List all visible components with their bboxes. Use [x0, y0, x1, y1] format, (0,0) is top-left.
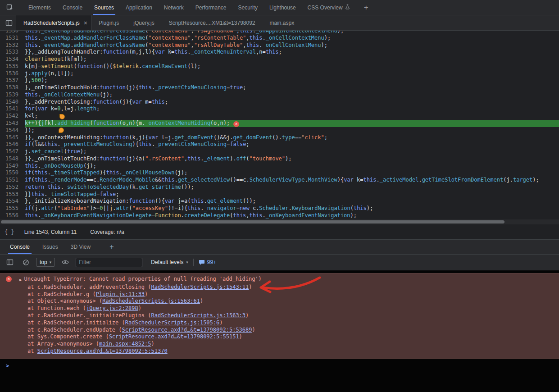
source-location-link[interactable]: ScriptResource.axd?d…&t=13798092:5:53689 [122, 327, 252, 333]
file-tab-radschedulerscripts-js[interactable]: RadSchedulerScripts.js× [16, 15, 91, 30]
tab-elements[interactable]: Elements [23, 0, 57, 15]
code-text[interactable]: this._eventMap.addHandlerForClassName("c… [25, 31, 559, 35]
clear-console-icon[interactable] [20, 257, 31, 268]
code-text[interactable]: },_addPreventClosing:function(j){var m=t… [25, 99, 559, 106]
source-location-link[interactable]: ScriptResource.axd?d…&t=13798092:5:51370 [37, 348, 168, 354]
tab-css-overview[interactable]: CSS Overview [302, 0, 356, 15]
horizontal-scrollbar[interactable] [0, 219, 559, 224]
tab-application[interactable]: Application [120, 0, 158, 15]
line-number[interactable]: 1542 [0, 113, 25, 120]
line-number[interactable]: 1538 [0, 84, 25, 91]
code-text[interactable]: if(this._timeSlotTapped){this._onCellMou… [25, 169, 559, 177]
add-drawer-tab-icon[interactable]: + [109, 243, 114, 251]
line-number[interactable]: 1533 [0, 49, 25, 56]
navigator-toggle-icon[interactable] [4, 18, 14, 28]
selection-handle-end-icon[interactable] [59, 128, 64, 133]
close-tab-icon[interactable]: × [84, 20, 87, 26]
inline-error-badge-icon[interactable]: × [233, 121, 239, 127]
source-location-link[interactable]: RadSchedulerScripts.js:1543:11 [151, 284, 249, 290]
tab-performance[interactable]: Performance [190, 0, 232, 15]
line-number[interactable]: 1556 [0, 212, 25, 219]
code-text[interactable]: if(l&&this._preventCtxMenuClosing){this.… [25, 141, 559, 148]
code-text[interactable]: }}this._timeSlotTapped=false; [25, 191, 559, 198]
line-number[interactable]: 1536 [0, 70, 25, 77]
log-levels-dropdown[interactable]: Default levels ▾ [151, 259, 188, 265]
issues-counter[interactable]: 99+ [199, 259, 216, 265]
line-number[interactable]: 1541 [0, 105, 25, 113]
line-number[interactable]: 1531 [0, 35, 25, 42]
drawer-tab-3d-view[interactable]: 3D View [64, 240, 97, 254]
line-number[interactable]: 1537 [0, 77, 25, 84]
add-panel-icon[interactable]: + [364, 4, 368, 11]
code-text[interactable]: },_onTimeSlotTouchHold:function(j){this.… [25, 84, 559, 91]
code-text[interactable]: },500); [25, 77, 559, 84]
line-number[interactable]: 1554 [0, 198, 25, 205]
line-number[interactable]: 1552 [0, 184, 25, 191]
line-number[interactable]: 1545 [0, 134, 25, 141]
line-number[interactable]: 1548 [0, 155, 25, 163]
inspect-element-icon[interactable] [5, 2, 15, 13]
source-location-link[interactable]: main.aspx:4852:5 [99, 341, 151, 347]
source-location-link[interactable]: Plugin.js:11:33 [96, 291, 145, 297]
source-location-link[interactable]: RadSchedulerScripts.js:1505:6 [125, 319, 220, 326]
tab-security[interactable]: Security [232, 0, 264, 15]
console-prompt[interactable]: > [0, 359, 559, 370]
code-text[interactable]: }); [25, 127, 559, 134]
line-number[interactable]: 1530 [0, 31, 25, 35]
line-number[interactable]: 1539 [0, 91, 25, 99]
line-number[interactable]: 1550 [0, 169, 25, 177]
line-number[interactable]: 1534 [0, 56, 25, 63]
code-text[interactable]: this._onCellContextMenu(j); [25, 91, 559, 99]
file-tab-main-aspx[interactable]: main.aspx [263, 15, 302, 30]
code-text[interactable]: j.set_cancel(true); [25, 148, 559, 155]
code-text[interactable]: clearTimeout(k[m]); [25, 56, 559, 63]
tab-network[interactable]: Network [158, 0, 190, 15]
code-text[interactable]: }},_addLongTouchHandler:function(m,j,l){… [25, 49, 559, 56]
selection-handle-start-icon[interactable] [59, 114, 65, 119]
code-text[interactable]: this._eventMap.addHandlerForClassName("c… [25, 35, 559, 42]
code-text[interactable]: k<l; [25, 113, 559, 120]
code-text[interactable]: }},_onContextMenuHiding:function(k,j){va… [25, 134, 559, 141]
code-text[interactable]: this._onDocMouseUp(j); [25, 163, 559, 170]
line-number[interactable]: 1546 [0, 141, 25, 148]
code-text[interactable]: if(this._renderMode==c.RenderMode.Mobile… [25, 177, 559, 184]
line-number[interactable]: 1535 [0, 63, 25, 70]
tab-sources[interactable]: Sources [88, 0, 120, 15]
line-number[interactable]: 1553 [0, 191, 25, 198]
code-text[interactable]: for(var k=0,l=j.length; [25, 105, 559, 113]
file-tab-plugin-js[interactable]: Plugin.js [91, 15, 126, 30]
line-number[interactable]: 1544 [0, 127, 25, 134]
line-number[interactable]: 1555 [0, 205, 25, 212]
source-editor[interactable]: 1530this._eventMap.addHandlerForClassNam… [0, 31, 559, 219]
file-tab-jquery-js[interactable]: jQuery.js [126, 15, 161, 30]
source-location-link[interactable]: jQuery.js:2:2898 [86, 305, 138, 311]
code-text[interactable]: this._eventMap.addHandlerForClassName("c… [25, 42, 559, 49]
line-number[interactable]: 1551 [0, 177, 25, 184]
source-location-link[interactable]: RadSchedulerScripts.js:1563:61 [102, 298, 200, 304]
pretty-print-icon[interactable]: { } [5, 229, 14, 235]
console-sidebar-toggle-icon[interactable] [5, 257, 15, 268]
code-text[interactable]: },_initializeKeyboardNavigation:function… [25, 198, 559, 205]
code-text[interactable]: if(j.attr("tabIndex")>=0||j.attr("access… [25, 205, 559, 212]
line-number[interactable]: 1549 [0, 163, 25, 170]
line-number[interactable]: 1543 [0, 120, 25, 127]
line-number[interactable]: 1532 [0, 42, 25, 49]
tab-lighthouse[interactable]: Lighthouse [264, 0, 302, 15]
expand-triangle-icon[interactable]: ▶ [19, 277, 22, 284]
source-location-link[interactable]: RadSchedulerScripts.js:1563:3 [151, 312, 246, 319]
code-text[interactable]: k[m]=setTimeout(function(){$telerik.canc… [25, 63, 559, 70]
code-text[interactable]: return this._switchToSelectedDay(k.get_s… [25, 184, 559, 191]
file-tab-scriptresource-xm1-t-13798092[interactable]: ScriptResource....XM1&t=13798092 [162, 15, 263, 30]
drawer-tab-issues[interactable]: Issues [36, 240, 64, 254]
line-number[interactable]: 1540 [0, 99, 25, 106]
console-filter-input[interactable] [76, 258, 142, 267]
drawer-tab-console[interactable]: Console [4, 240, 36, 254]
line-number[interactable]: 1547 [0, 148, 25, 155]
source-location-link[interactable]: ScriptResource.axd?d…&t=13798092:5:55151 [109, 333, 239, 340]
live-expression-eye-icon[interactable] [60, 257, 71, 268]
scrollbar-thumb[interactable] [1, 220, 504, 223]
code-text[interactable]: }},_onTimeSlotTouchEnd:function(j){a(".r… [25, 155, 559, 163]
tab-console[interactable]: Console [57, 0, 88, 15]
context-selector[interactable]: top ▾ [36, 258, 55, 267]
code-text[interactable]: j.apply(n,[l]); [25, 70, 559, 77]
